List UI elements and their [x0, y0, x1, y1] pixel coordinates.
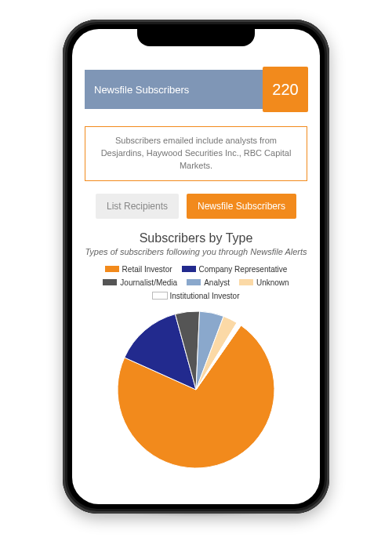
tab-list-recipients[interactable]: List Recipients	[96, 194, 179, 219]
legend-item: Company Representative	[182, 263, 288, 276]
pie-svg	[114, 307, 278, 472]
legend-label: Institutional Investor	[170, 289, 240, 303]
chart-subtitle: Types of subscribers following you throu…	[85, 247, 307, 256]
phone-screen: Newsfile Subscribers 220 Subscribers ema…	[72, 29, 320, 504]
header-bar: Newsfile Subscribers 220	[85, 70, 307, 109]
header-title: Newsfile Subscribers	[85, 84, 189, 96]
legend-label: Journalist/Media	[120, 276, 177, 289]
phone-frame: Newsfile Subscribers 220 Subscribers ema…	[63, 20, 329, 514]
legend-label: Company Representative	[199, 263, 288, 276]
tab-bar: List Recipients Newsfile Subscribers	[85, 194, 307, 219]
legend-item: Analyst	[187, 276, 230, 289]
tab-newsfile-subscribers[interactable]: Newsfile Subscribers	[187, 194, 296, 219]
legend-swatch	[239, 279, 253, 285]
subscriber-count-value: 220	[272, 81, 298, 99]
legend-item: Retail Investor	[105, 263, 172, 276]
legend-item: Unknown	[239, 276, 289, 289]
phone-notch	[137, 29, 255, 46]
legend-swatch	[153, 292, 167, 299]
legend-label: Retail Investor	[122, 263, 172, 276]
legend-swatch	[103, 279, 117, 285]
legend-swatch	[105, 266, 119, 272]
chart-title: Subscribers by Type	[85, 231, 307, 245]
callout-text: Subscribers emailed include analysts fro…	[101, 136, 292, 170]
tab-label: List Recipients	[107, 201, 168, 212]
tab-label: Newsfile Subscribers	[198, 201, 285, 212]
legend-item: Institutional Investor	[153, 289, 240, 303]
analyst-callout: Subscribers emailed include analysts fro…	[85, 126, 307, 181]
pie-chart	[85, 307, 307, 472]
legend-label: Analyst	[204, 276, 230, 289]
legend-swatch	[182, 266, 196, 272]
legend-item: Journalist/Media	[103, 276, 177, 289]
chart-legend: Retail InvestorCompany RepresentativeJou…	[94, 263, 298, 303]
legend-label: Unknown	[256, 276, 289, 289]
legend-swatch	[187, 279, 201, 285]
subscriber-count-badge: 220	[263, 67, 308, 112]
